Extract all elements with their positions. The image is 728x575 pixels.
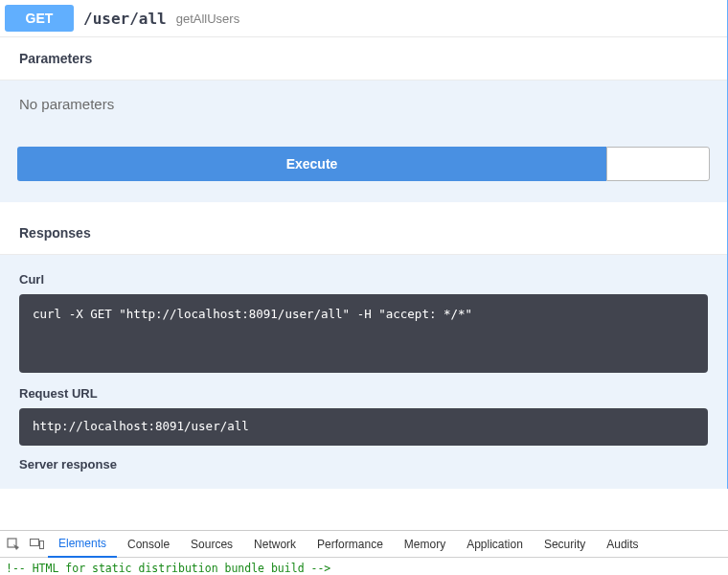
devtools-tab-elements[interactable]: Elements [48, 531, 117, 558]
devtools-tab-performance[interactable]: Performance [307, 531, 394, 558]
devtools-tab-application[interactable]: Application [456, 531, 534, 558]
operation-summary-row[interactable]: GET /user/all getAllUsers [0, 0, 727, 37]
server-response-label: Server response [19, 457, 708, 472]
html-comment-line: !-- HTML for static distribution bundle … [6, 562, 330, 575]
http-method-badge: GET [5, 5, 74, 32]
devtools-tab-sources[interactable]: Sources [180, 531, 243, 558]
devtools-tab-memory[interactable]: Memory [394, 531, 456, 558]
request-url-label: Request URL [19, 386, 708, 401]
endpoint-path: /user/all [74, 10, 176, 28]
clear-button[interactable] [606, 147, 710, 181]
devtools-tab-audits[interactable]: Audits [596, 531, 648, 558]
device-toolbar-icon[interactable] [29, 537, 44, 552]
responses-body: Curl curl -X GET "http://localhost:8091/… [0, 255, 727, 489]
svg-rect-1 [30, 540, 38, 546]
request-url-block[interactable]: http://localhost:8091/user/all [19, 408, 708, 446]
responses-heading: Responses [0, 212, 727, 255]
swagger-operation-block: GET /user/all getAllUsers Parameters No … [0, 0, 728, 489]
inspect-element-icon[interactable] [6, 537, 21, 552]
curl-label: Curl [19, 272, 708, 287]
no-parameters-text: No parameters [0, 80, 727, 147]
devtools-panel: Elements Console Sources Network Perform… [0, 530, 728, 575]
devtools-elements-content[interactable]: !-- HTML for static distribution bundle … [0, 558, 728, 575]
devtools-tab-console[interactable]: Console [117, 531, 180, 558]
svg-rect-2 [39, 541, 43, 549]
curl-command-block[interactable]: curl -X GET "http://localhost:8091/user/… [19, 294, 708, 373]
action-button-row: Execute [0, 147, 727, 202]
execute-button[interactable]: Execute [17, 147, 606, 181]
section-divider [0, 202, 727, 212]
operation-summary-text: getAllUsers [176, 12, 239, 26]
parameters-heading: Parameters [0, 37, 727, 80]
devtools-tab-security[interactable]: Security [534, 531, 596, 558]
devtools-tab-bar: Elements Console Sources Network Perform… [0, 531, 728, 558]
devtools-tab-network[interactable]: Network [243, 531, 307, 558]
